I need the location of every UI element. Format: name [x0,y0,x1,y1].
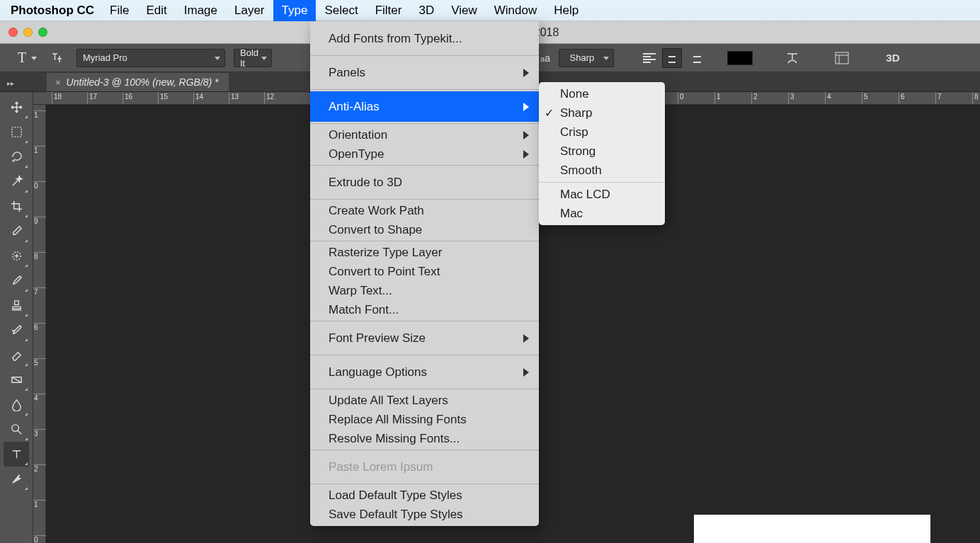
menu-select[interactable]: Select [316,0,366,21]
align-left-button[interactable] [639,48,659,68]
ruler-tick: 9 [33,217,46,225]
menu-window[interactable]: Window [486,0,545,21]
active-tool-indicator[interactable]: T [6,48,38,68]
check-icon: ✓ [545,106,554,120]
menu-item-convert-to-shape[interactable]: Convert to Shape [310,220,539,239]
menu-item-orientation[interactable]: Orientation [310,125,539,144]
ruler-tick: 5 [862,92,868,105]
document-tab-label: Untitled-3 @ 100% (new, RGB/8) * [67,76,219,88]
stamp-tool[interactable] [4,293,29,318]
vertical-ruler: 1109876543210 [33,105,46,543]
blur-tool[interactable] [4,392,29,417]
menu-separator [310,389,539,389]
menu-item-add-fonts-from-typekit[interactable]: Add Fonts from Typekit... [310,23,539,54]
ruler-tick: 14 [193,92,203,105]
menu-item-convert-to-point-text[interactable]: Convert to Point Text [310,262,539,281]
menu-item-font-preview-size[interactable]: Font Preview Size [310,323,539,353]
menu-separator [310,355,539,355]
menu-item-replace-all-missing-fonts[interactable]: Replace All Missing Fonts [310,410,539,429]
antialias-value: Sharp [570,52,595,63]
ruler-tick: 16 [122,92,132,105]
antialias-option-mac[interactable]: Mac [539,204,665,223]
menu-item-extrude-to-3d[interactable]: Extrude to 3D [310,167,539,198]
ruler-tick: 7 [935,92,942,105]
path-tool[interactable] [4,467,29,491]
expand-panels-icon[interactable]: ▸▸ [3,79,18,91]
antialias-option-strong[interactable]: Strong [539,142,665,161]
close-window-button[interactable] [8,28,18,37]
menu-filter[interactable]: Filter [367,0,411,21]
text-orientation-button[interactable] [47,51,68,65]
menu-item-anti-alias[interactable]: Anti-Alias [310,91,539,122]
menu-type[interactable]: Type [273,0,317,21]
menu-item-language-options[interactable]: Language Options [310,357,539,387]
font-weight-select[interactable]: Bold It [234,49,272,67]
eraser-tool[interactable] [4,343,29,367]
crop-tool[interactable] [4,194,29,219]
font-family-select[interactable]: Myriad Pro [76,49,225,67]
warp-text-button[interactable] [782,48,802,68]
menu-item-resolve-missing-fonts[interactable]: Resolve Missing Fonts... [310,429,539,448]
menu-image[interactable]: Image [176,0,226,21]
ruler-tick: 0 [33,535,46,543]
menu-file[interactable]: File [101,0,137,21]
menu-item-warp-text[interactable]: Warp Text... [310,281,539,300]
antialias-option-smooth[interactable]: Smooth [539,161,665,180]
heal-tool[interactable] [4,244,29,268]
marquee-tool[interactable] [4,120,29,144]
history-tool[interactable] [4,318,29,343]
menu-edit[interactable]: Edit [137,0,175,21]
menu-item-save-default-type-styles[interactable]: Save Default Type Styles [310,505,539,524]
ruler-tick: 4 [825,92,831,105]
3d-button[interactable]: 3D [882,48,904,68]
brush-tool[interactable] [4,268,29,293]
menu-item-load-default-type-styles[interactable]: Load Default Type Styles [310,486,539,505]
wand-tool[interactable] [4,169,29,194]
move-tool[interactable] [4,95,29,120]
ruler-tick: 6 [33,323,46,331]
menu-help[interactable]: Help [545,0,587,21]
option-label: Mac LCD [560,188,610,202]
document-tab[interactable]: × Untitled-3 @ 100% (new, RGB/8) * [47,73,229,91]
menu-item-update-all-text-layers[interactable]: Update All Text Layers [310,391,539,410]
menu-layer[interactable]: Layer [226,0,273,21]
antialias-option-mac-lcd[interactable]: Mac LCD [539,185,665,204]
type-tool[interactable] [4,442,29,467]
ruler-tick: 2 [33,464,46,473]
menu-item-create-work-path[interactable]: Create Work Path [310,201,539,220]
antialias-option-crisp[interactable]: Crisp [539,122,665,142]
menu-separator [310,450,539,450]
align-right-button[interactable] [685,48,705,68]
eyedropper-tool[interactable] [4,219,29,244]
app-name: Photoshop CC [4,4,101,18]
menu-item-opentype[interactable]: OpenType [310,144,539,164]
ruler-tick: 18 [52,92,62,105]
menu-item-rasterize-type-layer[interactable]: Rasterize Type Layer [310,243,539,262]
text-color-swatch[interactable] [727,51,753,65]
close-tab-icon[interactable]: × [55,77,61,88]
menu-item-match-font[interactable]: Match Font... [310,300,539,319]
antialias-option-sharp[interactable]: ✓Sharp [539,103,665,122]
menu-3d[interactable]: 3D [410,0,443,21]
minimize-window-button[interactable] [23,28,33,37]
align-center-button[interactable] [662,48,682,68]
ruler-tick: 6 [899,92,905,105]
menu-item-panels[interactable]: Panels [310,57,539,88]
menu-item-paste-lorem-ipsum: Paste Lorem Ipsum [310,452,539,482]
ruler-tick: 17 [87,92,97,105]
character-panel-button[interactable] [832,48,852,68]
antialias-select[interactable]: Sharp [559,49,614,67]
submenu-arrow-icon [523,69,529,77]
dodge-tool[interactable] [4,417,29,442]
gradient-tool[interactable] [4,367,29,392]
zoom-window-button[interactable] [38,28,47,37]
ruler-tick: 0 [678,92,684,105]
option-label: Mac [560,207,583,221]
ruler-tick: 1 [714,92,721,105]
ruler-tick: 13 [229,92,239,105]
menu-view[interactable]: View [443,0,486,21]
svg-point-4 [11,425,18,432]
antialias-option-none[interactable]: None [539,84,665,103]
lasso-tool[interactable] [4,144,29,169]
type-menu-dropdown: Add Fonts from Typekit...PanelsAnti-Alia… [310,21,539,526]
